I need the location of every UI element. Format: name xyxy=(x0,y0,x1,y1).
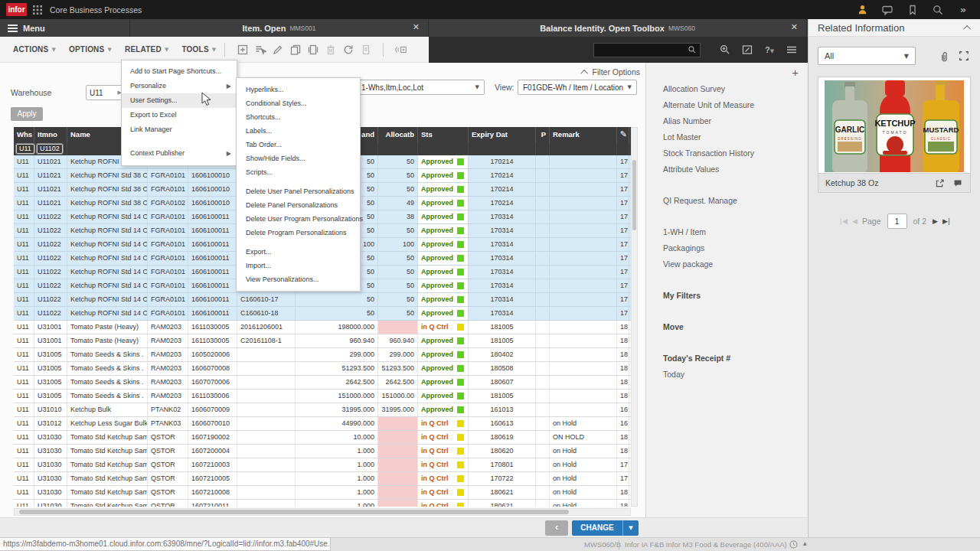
refresh-icon[interactable] xyxy=(342,44,354,56)
notes-icon[interactable] xyxy=(740,44,754,56)
table-row[interactable]: U11U11022Ketchup ROFNI Std 14 OzFGRA0101… xyxy=(14,307,631,321)
filter-cell[interactable] xyxy=(418,142,469,155)
tab-balance-identity[interactable]: Balance Identity. Open Toolbox MWS060 ✕ xyxy=(429,19,807,37)
filter-chip[interactable]: U1102 xyxy=(37,144,63,154)
vertical-scrollbar[interactable] xyxy=(631,127,638,507)
menu-item-link-manager[interactable]: Link Manager xyxy=(122,122,237,137)
chat-icon[interactable] xyxy=(881,4,893,16)
search-icon[interactable] xyxy=(932,4,944,16)
add-icon[interactable] xyxy=(237,44,249,56)
quick-link-qi-request-manage[interactable]: QI Request. Manage xyxy=(663,193,808,209)
quick-link-view-package[interactable]: View package xyxy=(663,256,808,272)
menu-item-shortcuts[interactable]: Shortcuts... xyxy=(237,110,360,124)
filter-cell[interactable]: U1102 xyxy=(34,142,67,155)
column-header[interactable]: Whs xyxy=(14,127,34,142)
prev-page-icon[interactable]: ◀ xyxy=(852,217,856,225)
table-row[interactable]: U11U31001Tomato Paste (Heavy)RAM02031611… xyxy=(14,334,631,348)
advanced-search-icon[interactable] xyxy=(718,44,732,56)
filter-cell[interactable] xyxy=(536,142,550,155)
quick-link-packagings[interactable]: Packagings xyxy=(663,240,808,256)
related-item-card[interactable]: GARLIC DRESSING KETCHUP TOMATO xyxy=(818,77,971,193)
table-row[interactable]: U11U31010Ketchup BulkPTANK02160607000931… xyxy=(14,403,631,417)
menu-tools[interactable]: TOOLS▼ xyxy=(181,45,216,54)
delete-icon[interactable] xyxy=(325,44,337,56)
table-row[interactable]: U11U31030Tomato Std Ketchup SampQSTOR160… xyxy=(14,445,631,458)
copy-icon[interactable] xyxy=(289,44,302,56)
last-page-icon[interactable]: ▶❘ xyxy=(942,217,950,225)
menu-item-context-publisher[interactable]: Context Publisher▶ xyxy=(122,146,237,161)
clock-icon[interactable] xyxy=(789,540,799,551)
column-header[interactable]: Allocatb xyxy=(378,127,418,142)
filter-cell[interactable]: U11 xyxy=(14,142,34,155)
warehouse-field[interactable]: U11 ▶ xyxy=(86,85,126,100)
document-icon[interactable] xyxy=(360,44,372,56)
tab-item-open[interactable]: Item. Open MMS001 ✕ xyxy=(130,19,429,37)
related-info-header[interactable]: Related Information xyxy=(808,19,980,37)
menu-item-hyperlinks[interactable]: Hyperlinks... xyxy=(237,83,360,96)
infor-logo[interactable]: infor xyxy=(6,3,27,16)
table-row[interactable]: U11U31030Tomato Std Ketchup SampQSTOR160… xyxy=(14,458,631,472)
menu-item-view-personalizations[interactable]: View Personalizations... xyxy=(237,272,360,286)
column-header[interactable]: Expiry Dat xyxy=(469,127,536,142)
open-external-icon[interactable] xyxy=(935,178,945,188)
edit-columns-icon[interactable]: ✎ xyxy=(620,129,627,139)
status-expand-caret[interactable]: ▲ xyxy=(803,540,807,546)
next-page-icon[interactable]: ▶ xyxy=(933,217,936,225)
quick-link-today[interactable]: Today xyxy=(663,367,808,383)
column-header[interactable]: Remark xyxy=(550,127,617,142)
collapse-chevron-icon[interactable] xyxy=(963,24,971,32)
quick-link-alternate-unit-of-measure[interactable]: Alternate Unit of Measure xyxy=(663,97,808,113)
menu-item-conditional-styles[interactable]: Conditional Styles... xyxy=(237,96,360,110)
menu-related[interactable]: RELATED▼ xyxy=(125,45,168,54)
apply-button[interactable]: Apply xyxy=(11,107,43,121)
menu-button[interactable]: Menu xyxy=(0,19,130,37)
menu-item-export[interactable]: Export... xyxy=(237,245,360,259)
filter-cell[interactable] xyxy=(469,142,536,155)
column-header[interactable]: Itmno xyxy=(34,127,67,142)
filter-cell[interactable] xyxy=(550,142,617,155)
filter-chip[interactable]: U11 xyxy=(16,144,34,154)
edit-icon[interactable] xyxy=(272,44,284,56)
table-row[interactable]: U11U31005Tomato Seeds & Skins .RAM020316… xyxy=(14,362,631,376)
quick-link-stock-transaction-history[interactable]: Stock Transaction History xyxy=(663,145,808,161)
table-row[interactable]: U11U31030Tomato Std Ketchup SampQSTOR160… xyxy=(14,472,631,486)
table-row[interactable]: U11U31012Ketchup Less Sugar BulkPTANK031… xyxy=(14,417,631,431)
table-row[interactable]: U11U31005Tomato Seeds & Skins .RAM020316… xyxy=(14,390,631,403)
menu-item-delete-panel-personalizations[interactable]: Delete Panel Personalizations xyxy=(237,198,360,212)
back-button[interactable]: ‹ xyxy=(545,520,568,536)
app-grid-icon[interactable] xyxy=(33,5,42,15)
table-row[interactable]: U11U11022Ketchup ROFNI Std 14 OzFGRA0101… xyxy=(14,293,631,307)
change-button[interactable]: CHANGE ▼ xyxy=(572,520,639,536)
quick-link-lot-master[interactable]: Lot Master xyxy=(663,129,808,145)
bookmark-icon[interactable] xyxy=(906,4,919,16)
first-page-icon[interactable]: ❘◀ xyxy=(838,217,846,225)
menu-item-delete-program-personalizations[interactable]: Delete Program Personalizations xyxy=(237,226,360,240)
expand-more-icon[interactable]: » xyxy=(957,4,969,16)
change-dropdown-caret[interactable]: ▼ xyxy=(622,520,639,536)
close-tab-icon[interactable]: ✕ xyxy=(791,22,798,32)
add-panel-icon[interactable]: + xyxy=(792,66,799,79)
related-filter-dropdown[interactable]: All ▼ xyxy=(818,47,916,65)
horizontal-scrollbar[interactable] xyxy=(14,508,631,516)
table-row[interactable]: U11U31005Tomato Seeds & Skins .RAM020316… xyxy=(14,376,631,390)
menu-item-scripts[interactable]: Scripts... xyxy=(237,165,360,179)
quick-link-attribute-values[interactable]: Attribute Values xyxy=(663,161,808,178)
table-row[interactable]: U11U31001Tomato Paste (Heavy)RAM02031611… xyxy=(14,321,631,334)
comment-icon[interactable] xyxy=(952,178,963,188)
menu-item-export-to-excel[interactable]: Export to Excel xyxy=(122,108,237,122)
table-row[interactable]: U11U31005Tomato Seeds & Skins .RAM020316… xyxy=(14,348,631,362)
paste-icon[interactable] xyxy=(307,44,319,56)
scrollbar-thumb[interactable] xyxy=(632,160,636,230)
collapse-panel-icon[interactable] xyxy=(395,44,407,56)
quick-link-today-s-receipt[interactable]: Today's Receipt # xyxy=(663,350,808,367)
column-header[interactable]: Sts xyxy=(418,127,469,142)
filter-cell[interactable] xyxy=(378,142,418,155)
view-dropdown[interactable]: F01GDE-Wh / Item / Location / Lc ▼ xyxy=(518,80,637,95)
quick-link-my-filters[interactable]: My Filters xyxy=(663,288,808,304)
filter-options-toggle[interactable]: Filter Options xyxy=(536,67,640,77)
column-header[interactable]: P xyxy=(536,127,550,142)
menu-item-add-to-start-page-shortcuts[interactable]: Add to Start Page Shortcuts... xyxy=(122,64,237,79)
menu-item-delete-user-panel-personalizations[interactable]: Delete User Panel Personalizations xyxy=(237,184,360,198)
quick-link-allocation-survey[interactable]: Allocation Survey xyxy=(663,81,808,97)
select-rows-icon[interactable] xyxy=(254,44,266,56)
